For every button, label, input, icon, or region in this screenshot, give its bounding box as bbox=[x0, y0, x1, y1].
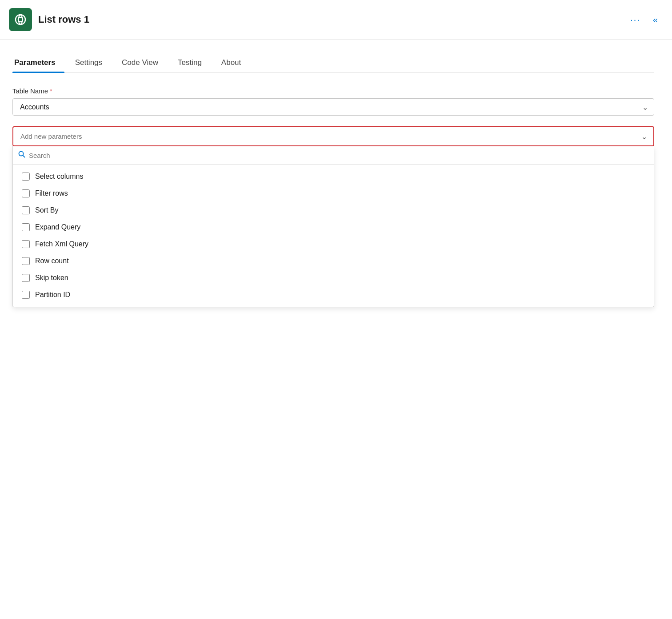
search-box bbox=[13, 146, 654, 165]
checkbox-item-skip-token[interactable]: Skip token bbox=[13, 269, 654, 286]
checkbox-item-expand-query[interactable]: Expand Query bbox=[13, 219, 654, 236]
row-count-label: Row count bbox=[35, 257, 69, 265]
checkbox-partition-id[interactable] bbox=[22, 291, 30, 299]
app-container: List rows 1 ··· « Parameters Settings Co… bbox=[0, 0, 672, 619]
checkbox-item-sort-by[interactable]: Sort By bbox=[13, 202, 654, 219]
svg-point-0 bbox=[16, 15, 25, 24]
table-name-select-wrapper: Accounts Contacts Leads ⌄ bbox=[12, 98, 654, 116]
app-icon bbox=[9, 8, 32, 31]
sort-by-label: Sort By bbox=[35, 206, 58, 214]
svg-line-3 bbox=[23, 156, 25, 157]
checkbox-sort-by[interactable] bbox=[22, 206, 30, 214]
checkbox-filter-rows[interactable] bbox=[22, 189, 30, 197]
header-left: List rows 1 bbox=[9, 8, 89, 31]
add-new-parameters-field[interactable] bbox=[13, 127, 653, 145]
expand-query-label: Expand Query bbox=[35, 223, 80, 231]
header: List rows 1 ··· « bbox=[0, 0, 672, 40]
checkbox-item-row-count[interactable]: Row count bbox=[13, 253, 654, 269]
tab-code-view[interactable]: Code View bbox=[120, 54, 167, 72]
add-new-parameters-wrapper: ⌄ bbox=[12, 126, 654, 146]
parameters-search-input[interactable] bbox=[29, 152, 648, 159]
select-columns-label: Select columns bbox=[35, 173, 84, 181]
tab-parameters[interactable]: Parameters bbox=[12, 54, 64, 72]
checkbox-fetch-xml-query[interactable] bbox=[22, 240, 30, 248]
tab-about[interactable]: About bbox=[220, 54, 250, 72]
filter-rows-label: Filter rows bbox=[35, 189, 68, 197]
checkbox-item-fetch-xml-query[interactable]: Fetch Xml Query bbox=[13, 236, 654, 253]
more-options-button[interactable]: ··· bbox=[627, 13, 644, 27]
window-title: List rows 1 bbox=[38, 14, 89, 25]
header-actions: ··· « bbox=[627, 13, 661, 27]
tab-testing[interactable]: Testing bbox=[176, 54, 211, 72]
checkbox-item-partition-id[interactable]: Partition ID bbox=[13, 286, 654, 303]
table-name-field-section: Table Name * Accounts Contacts Leads ⌄ bbox=[12, 87, 654, 116]
search-icon bbox=[18, 151, 25, 160]
partition-id-label: Partition ID bbox=[35, 291, 70, 299]
parameters-checkbox-list: Select columns Filter rows Sort By Expan… bbox=[13, 165, 654, 307]
skip-token-label: Skip token bbox=[35, 274, 68, 282]
checkbox-expand-query[interactable] bbox=[22, 223, 30, 231]
tab-settings[interactable]: Settings bbox=[73, 54, 111, 72]
checkbox-item-filter-rows[interactable]: Filter rows bbox=[13, 185, 654, 202]
fetch-xml-query-label: Fetch Xml Query bbox=[35, 240, 88, 248]
parameters-dropdown-panel: Select columns Filter rows Sort By Expan… bbox=[12, 146, 654, 307]
checkbox-skip-token[interactable] bbox=[22, 274, 30, 282]
tabs-bar: Parameters Settings Code View Testing Ab… bbox=[12, 54, 654, 73]
table-name-label: Table Name * bbox=[12, 87, 654, 95]
collapse-panel-button[interactable]: « bbox=[649, 13, 661, 27]
svg-point-1 bbox=[18, 17, 23, 22]
checkbox-item-select-columns[interactable]: Select columns bbox=[13, 168, 654, 185]
checkbox-select-columns[interactable] bbox=[22, 173, 30, 181]
checkbox-row-count[interactable] bbox=[22, 257, 30, 265]
required-indicator: * bbox=[50, 88, 52, 95]
main-content: Parameters Settings Code View Testing Ab… bbox=[0, 40, 672, 325]
table-name-select[interactable]: Accounts Contacts Leads bbox=[12, 98, 654, 116]
